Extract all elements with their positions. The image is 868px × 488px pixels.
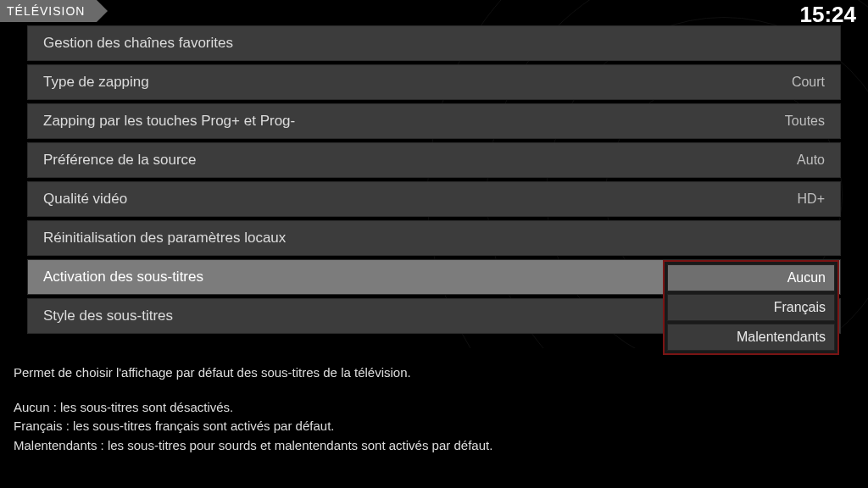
menu-row-0[interactable]: Gestion des chaînes favorites (27, 25, 841, 61)
subtitle-activation-dropdown: AucunFrançaisMalentendants (663, 260, 839, 355)
menu-row-1[interactable]: Type de zappingCourt (27, 64, 841, 100)
menu-row-value: Toutes (785, 114, 825, 129)
menu-row-value: Auto (797, 152, 825, 168)
menu-row-label: Zapping par les touches Prog+ et Prog- (43, 113, 785, 130)
help-line: Aucun : les sous-titres sont désactivés. (14, 398, 854, 418)
clock: 15:24 (800, 0, 869, 28)
menu-row-label: Gestion des chaînes favorites (43, 35, 825, 52)
help-line: Français : les sous-titres français sont… (14, 417, 854, 436)
header-bar: TÉLÉVISION 15:24 (0, 0, 868, 25)
help-line: Malentendants : les sous-titres pour sou… (14, 436, 854, 456)
dropdown-option-français[interactable]: Français (667, 294, 835, 321)
menu-row-5[interactable]: Réinitialisation des paramètres locaux (27, 220, 841, 256)
menu-row-label: Qualité vidéo (43, 191, 798, 208)
help-panel: Permet de choisir l'affichage par défaut… (0, 348, 868, 488)
menu-row-label: Préférence de la source (43, 152, 797, 169)
breadcrumb: TÉLÉVISION (0, 0, 97, 22)
menu-row-2[interactable]: Zapping par les touches Prog+ et Prog-To… (27, 103, 841, 139)
menu-row-value: Court (792, 75, 825, 90)
menu-row-label: Type de zapping (43, 74, 792, 91)
menu-row-value: HD+ (798, 191, 825, 207)
help-intro: Permet de choisir l'affichage par défaut… (14, 363, 854, 383)
menu-row-4[interactable]: Qualité vidéoHD+ (27, 181, 841, 217)
dropdown-option-malentendants[interactable]: Malentendants (667, 324, 835, 351)
menu-row-3[interactable]: Préférence de la sourceAuto (27, 142, 841, 178)
menu-row-label: Réinitialisation des paramètres locaux (43, 230, 825, 247)
dropdown-option-aucun[interactable]: Aucun (667, 264, 835, 291)
